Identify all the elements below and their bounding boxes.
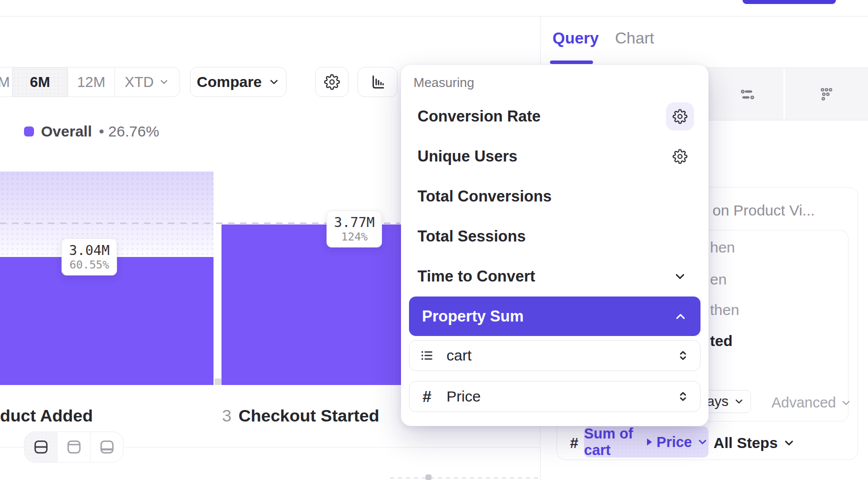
layout-bottom-bar-button[interactable] <box>90 432 123 462</box>
step-row-fragment: then <box>710 302 739 318</box>
chip-property-label: Price <box>656 434 692 450</box>
flows-toggle-button[interactable] <box>739 86 756 103</box>
chevron-down-icon <box>840 397 852 409</box>
chart-settings-button[interactable] <box>315 67 348 97</box>
numeric-property-icon: # <box>420 388 434 406</box>
measuring-option-property-sum-selected[interactable]: Property Sum <box>409 296 700 336</box>
property-event-select[interactable]: cart <box>409 340 700 371</box>
dropdown-title: Measuring <box>414 75 474 90</box>
updown-stepper-icon <box>676 348 690 362</box>
step-label-checkout-started: 3Checkout Started <box>222 406 379 426</box>
option-label: Total Sessions <box>418 228 526 246</box>
chevron-down-icon <box>158 76 170 88</box>
chevron-down-icon <box>696 436 708 448</box>
advanced-label: Advanced <box>772 394 836 411</box>
chevron-down-icon <box>268 76 280 88</box>
card-title-fragment: on Product Vi... <box>712 202 815 219</box>
option-settings-button[interactable] <box>666 142 694 170</box>
funnel-bar-product-added[interactable] <box>0 257 214 385</box>
option-label: Total Conversions <box>418 188 552 206</box>
tooltip-value: 3.77M <box>334 214 374 230</box>
chevron-down-icon <box>734 396 744 407</box>
steps-dots-button[interactable] <box>818 86 835 103</box>
gear-icon <box>324 74 340 90</box>
breadcrumb-arrow-icon <box>647 438 652 446</box>
chevron-up-icon <box>674 310 688 324</box>
compare-label: Compare <box>196 74 262 90</box>
property-name-select[interactable]: # Price <box>409 381 700 412</box>
option-label: Time to Convert <box>418 268 535 286</box>
top-divider <box>0 16 868 16</box>
numeric-type-glyph: # <box>570 434 578 452</box>
chevron-down-icon <box>673 270 687 284</box>
bar-value-tooltip: 3.77M 124% <box>326 210 382 248</box>
all-steps-dropdown[interactable]: All Steps <box>714 434 796 452</box>
property-name-value: Price <box>446 388 664 405</box>
funnel-bar-gap-handle[interactable] <box>214 378 222 385</box>
option-label: Unique Users <box>418 148 518 166</box>
range-12m-button[interactable]: 12M <box>68 68 115 96</box>
measuring-option-unique-users[interactable]: Unique Users <box>401 136 708 176</box>
step-row-fragment: hen <box>710 239 735 256</box>
measuring-option-time-to-convert[interactable]: Time to Convert <box>401 256 708 296</box>
all-steps-label: All Steps <box>714 434 778 452</box>
tab-query[interactable]: Query <box>552 29 598 48</box>
legend: Overall • 26.76% <box>24 123 159 140</box>
chip-label: Sum of cart <box>584 426 642 458</box>
measuring-option-total-sessions[interactable]: Total Sessions <box>401 216 708 256</box>
bar-value-tooltip: 3.04M 60.55% <box>62 238 117 276</box>
layout-toggle-group <box>24 432 124 462</box>
tooltip-percent: 124% <box>334 230 374 244</box>
funnel-analysis-app: M 6M 12M XTD Compare <box>0 0 868 480</box>
measuring-option-total-conversions[interactable]: Total Conversions <box>401 176 708 216</box>
tooltip-percent: 60.55% <box>69 258 110 272</box>
bottom-bar-icon <box>98 438 116 456</box>
next-section-tick <box>426 474 432 480</box>
selected-option-label: Property Sum <box>422 308 524 326</box>
advanced-dropdown[interactable]: Advanced <box>772 394 852 411</box>
range-3m-button[interactable]: M <box>0 68 12 96</box>
primary-action-button-partial[interactable] <box>742 0 836 4</box>
split-rows-icon <box>32 438 50 456</box>
property-event-value: cart <box>446 347 664 364</box>
compare-button[interactable]: Compare <box>190 67 286 97</box>
top-bar-icon <box>66 438 82 456</box>
chart-type-button[interactable] <box>358 67 398 97</box>
layout-top-bar-button[interactable] <box>58 432 90 462</box>
strip-divider <box>784 69 785 119</box>
step-row-fragment: en <box>710 271 726 288</box>
legend-value: • 26.76% <box>99 123 160 140</box>
measuring-option-conversion-rate[interactable]: Conversion Rate <box>401 96 708 136</box>
range-6m-button[interactable]: 6M <box>12 68 68 96</box>
sum-of-cart-price-chip[interactable]: Sum of cart Price <box>584 426 708 458</box>
tooltip-value: 3.04M <box>69 242 110 258</box>
funnel-chart-icon <box>369 74 386 90</box>
step-row-fragment: ted <box>710 332 732 350</box>
tab-chart[interactable]: Chart <box>615 29 654 48</box>
updown-stepper-icon <box>676 390 690 404</box>
layout-split-button[interactable] <box>24 432 58 462</box>
step-label-product-added: duct Added <box>0 406 93 426</box>
option-label: Conversion Rate <box>418 108 540 126</box>
legend-name: Overall <box>41 123 92 140</box>
measuring-dropdown-panel: Measuring Conversion Rate Unique Users <box>401 65 708 426</box>
list-icon <box>420 348 434 363</box>
active-tab-underline <box>550 60 593 64</box>
date-range-segmented-control: M 6M 12M XTD <box>0 67 180 97</box>
range-xtd-dropdown[interactable]: XTD <box>115 68 180 96</box>
option-settings-button[interactable] <box>666 102 694 130</box>
next-section-dashed-line <box>390 478 540 478</box>
chevron-down-icon <box>782 436 796 450</box>
legend-swatch <box>24 126 34 136</box>
